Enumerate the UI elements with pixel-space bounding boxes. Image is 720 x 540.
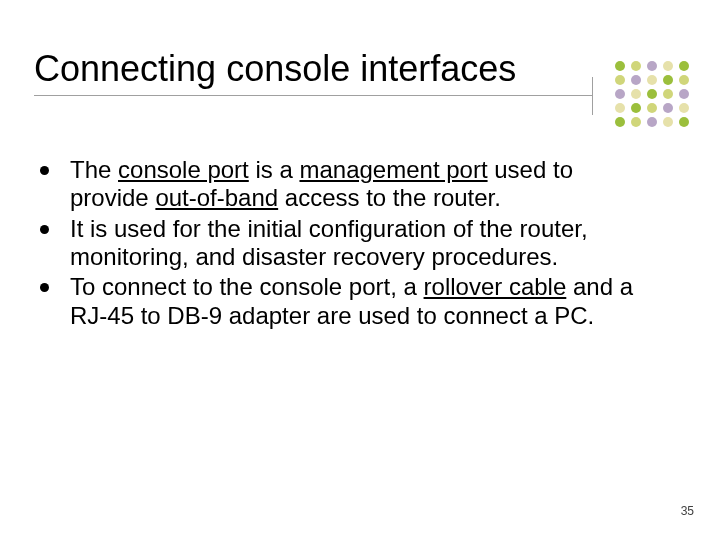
slide-title: Connecting console interfaces [34,48,516,90]
title-rule-line [34,95,592,96]
svg-point-4 [679,61,689,71]
text-run: out-of-band [155,184,278,211]
svg-point-1 [631,61,641,71]
svg-point-15 [615,103,625,113]
decorative-dots-icon [612,58,698,132]
text-run: access to the router. [278,184,501,211]
bullet-list: The console port is a management port us… [40,156,652,330]
svg-point-21 [631,117,641,127]
svg-point-24 [679,117,689,127]
svg-point-8 [663,75,673,85]
text-run: management port [299,156,487,183]
content-area: The console port is a management port us… [40,156,652,332]
svg-point-0 [615,61,625,71]
svg-point-7 [647,75,657,85]
text-run: is a [249,156,300,183]
svg-point-14 [679,89,689,99]
svg-point-6 [631,75,641,85]
svg-point-18 [663,103,673,113]
bullet-item: It is used for the initial configuration… [40,215,652,272]
text-run: The [70,156,118,183]
bullet-item: The console port is a management port us… [40,156,652,213]
title-rule-tick [592,77,593,115]
svg-point-5 [615,75,625,85]
svg-point-11 [631,89,641,99]
text-run: rollover cable [424,273,567,300]
svg-point-10 [615,89,625,99]
svg-point-3 [663,61,673,71]
svg-point-12 [647,89,657,99]
svg-point-9 [679,75,689,85]
text-run: console port [118,156,249,183]
svg-point-20 [615,117,625,127]
title-rule [34,95,592,115]
svg-point-17 [647,103,657,113]
svg-point-23 [663,117,673,127]
svg-point-19 [679,103,689,113]
text-run: To connect to the console port, a [70,273,424,300]
text-run: It is used for the initial configuration… [70,215,588,270]
svg-point-16 [631,103,641,113]
slide: Connecting console interfaces The consol… [0,0,720,540]
svg-point-22 [647,117,657,127]
svg-point-13 [663,89,673,99]
bullet-item: To connect to the console port, a rollov… [40,273,652,330]
svg-point-2 [647,61,657,71]
page-number: 35 [681,504,694,518]
